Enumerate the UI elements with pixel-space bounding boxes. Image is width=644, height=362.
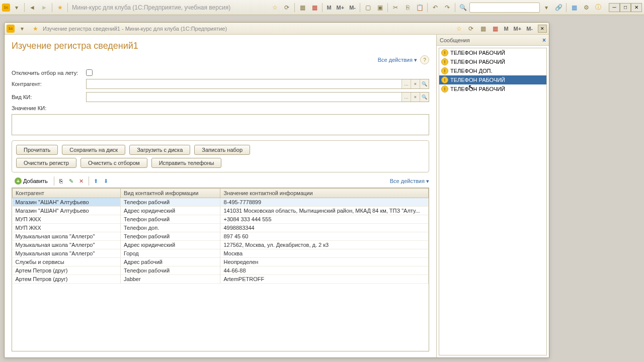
read-button[interactable]: Прочитать bbox=[16, 145, 58, 155]
warning-icon: ! bbox=[441, 76, 448, 83]
grid-column-header[interactable]: Контрагент bbox=[13, 189, 121, 198]
table-row[interactable]: Службы и сервисыАдрес рабочийНеопределен bbox=[13, 258, 429, 266]
table-row[interactable]: МУП ЖКХТелефон рабочий+3084 333 444 555 bbox=[13, 215, 429, 224]
move-up-icon[interactable]: ⬆ bbox=[92, 177, 100, 185]
maximize-button[interactable]: □ bbox=[620, 3, 631, 12]
new-icon[interactable]: ▢ bbox=[362, 2, 373, 13]
cut-icon[interactable]: ✂ bbox=[390, 2, 401, 13]
disable-filter-label: Отключить отбор на лету: bbox=[12, 70, 82, 76]
copy-icon[interactable]: ⎘ bbox=[402, 2, 413, 13]
sub-titlebar: 1c ▾ ★ Изучение регистра сведений1 - Мин… bbox=[5, 23, 549, 35]
clear-filter-button[interactable]: Очистить с отбором bbox=[80, 158, 147, 168]
message-item[interactable]: !ТЕЛЕФОН РАБОЧИЙ bbox=[439, 75, 546, 84]
nav-back-icon[interactable]: ◄ bbox=[27, 2, 38, 13]
save-disk-button[interactable]: Сохранить на диск bbox=[62, 145, 125, 155]
favorite-icon[interactable]: ★ bbox=[54, 2, 65, 13]
windows-icon[interactable]: ▦ bbox=[569, 2, 580, 13]
all-actions-link[interactable]: Все действия ▾ bbox=[378, 57, 417, 63]
calc-icon[interactable]: ▦ bbox=[297, 2, 308, 13]
sub-refresh-icon[interactable]: ⟳ bbox=[465, 23, 476, 34]
ci-value-textarea[interactable] bbox=[12, 115, 429, 135]
add-button[interactable]: + Добавить bbox=[12, 176, 51, 186]
ci-type-label: Вид КИ: bbox=[12, 94, 82, 100]
logo-1c-icon: 1c bbox=[2, 4, 10, 12]
find-icon[interactable]: 🔍 bbox=[457, 2, 468, 13]
sub-window-title: Изучение регистра сведений1 - Мини-курс … bbox=[43, 26, 227, 32]
m-button[interactable]: M bbox=[325, 5, 333, 11]
contractor-search-icon[interactable]: 🔍 bbox=[420, 79, 429, 88]
undo-icon[interactable]: ↶ bbox=[430, 2, 441, 13]
paste-icon[interactable]: 📋 bbox=[414, 2, 425, 13]
m-plus-button[interactable]: M+ bbox=[335, 5, 347, 11]
messages-list[interactable]: !ТЕЛЕФОН РАБОЧИЙ!ТЕЛЕФОН РАБОЧИЙ!ТЕЛЕФОН… bbox=[439, 48, 547, 355]
table-row[interactable]: Артем Петров (друг)JabberArtemPETROFF bbox=[13, 275, 429, 284]
calendar-icon[interactable]: ▦ bbox=[309, 2, 320, 13]
list-all-actions-link[interactable]: Все действия ▾ bbox=[390, 178, 429, 185]
delete-row-icon[interactable]: ✕ bbox=[77, 177, 86, 185]
message-item[interactable]: !ТЕЛЕФОН РАБОЧИЙ bbox=[439, 57, 546, 66]
table-row[interactable]: Музыкальная школа "Аллегро"ГородМосква bbox=[13, 249, 429, 258]
sub-favorite-icon[interactable]: ★ bbox=[30, 23, 41, 34]
move-down-icon[interactable]: ⬇ bbox=[102, 177, 110, 185]
toolbar-search-input[interactable] bbox=[469, 3, 540, 13]
close-button[interactable]: ✕ bbox=[631, 3, 642, 12]
table-row[interactable]: Магазин "АШАН" АлтуфьевоАдрес юридически… bbox=[13, 207, 429, 215]
button-group: Прочитать Сохранить на диск Загрузить с … bbox=[12, 140, 429, 172]
contractor-label: Контрагент: bbox=[12, 81, 82, 87]
sub-dropdown-icon[interactable]: ▾ bbox=[17, 23, 28, 34]
sub-calc-icon[interactable]: ▦ bbox=[477, 23, 489, 34]
link-icon[interactable]: 🔗 bbox=[553, 2, 564, 13]
open-icon[interactable]: ▣ bbox=[374, 2, 385, 13]
dropdown-icon[interactable]: ▾ bbox=[11, 2, 22, 13]
ci-type-clear-icon[interactable]: × bbox=[411, 93, 420, 102]
sub-m-minus-button[interactable]: M- bbox=[524, 26, 535, 32]
m-minus-button[interactable]: M- bbox=[347, 5, 358, 11]
table-row[interactable]: Музыкальная школа "Аллегро"Адрес юридиче… bbox=[13, 241, 429, 249]
grid-column-header[interactable]: Значение контактной информации bbox=[220, 189, 429, 198]
star-icon[interactable]: ☆ bbox=[269, 2, 280, 13]
ci-type-select-icon[interactable]: … bbox=[401, 93, 411, 102]
messages-title: Сообщения bbox=[440, 37, 470, 43]
info-icon[interactable]: ⓘ bbox=[593, 2, 604, 13]
settings-icon[interactable]: ⚙ bbox=[581, 2, 592, 13]
table-row[interactable]: МУП ЖКХТелефон доп.4998883344 bbox=[13, 224, 429, 232]
write-set-button[interactable]: Записать набор bbox=[194, 145, 250, 155]
sub-m-plus-button[interactable]: M+ bbox=[512, 26, 524, 32]
window-controls: ─ □ ✕ bbox=[609, 3, 642, 12]
message-item[interactable]: !ТЕЛЕФОН РАБОЧИЙ bbox=[439, 48, 546, 57]
edit-row-icon[interactable]: ✎ bbox=[67, 177, 75, 185]
data-grid[interactable]: КонтрагентВид контактной информацииЗначе… bbox=[12, 188, 429, 351]
nav-forward-icon[interactable]: ► bbox=[39, 2, 50, 13]
sub-calendar-icon[interactable]: ▦ bbox=[490, 23, 501, 34]
ci-type-search-icon[interactable]: 🔍 bbox=[420, 93, 429, 102]
message-item[interactable]: !ТЕЛЕФОН ДОП. bbox=[439, 66, 546, 75]
sub-close-button[interactable]: ✕ bbox=[538, 25, 547, 33]
contractor-select-icon[interactable]: … bbox=[401, 79, 411, 88]
help-icon[interactable]: ? bbox=[420, 55, 429, 64]
main-panel: Изучение регистра сведений1 Все действия… bbox=[5, 35, 436, 357]
messages-close-icon[interactable]: × bbox=[542, 37, 546, 44]
warning-icon: ! bbox=[441, 85, 448, 93]
ci-type-input[interactable] bbox=[87, 93, 401, 102]
redo-icon[interactable]: ↷ bbox=[442, 2, 453, 13]
app-title: Мини-курс для клуба (1С:Предприятие, уче… bbox=[72, 4, 230, 11]
sub-star-icon[interactable]: ☆ bbox=[453, 23, 464, 34]
warning-icon: ! bbox=[441, 49, 448, 56]
contractor-input[interactable] bbox=[87, 79, 401, 88]
contractor-clear-icon[interactable]: × bbox=[411, 79, 420, 88]
message-item[interactable]: !ТЕЛЕФОН РАБОЧИЙ bbox=[439, 84, 546, 94]
warning-icon: ! bbox=[441, 58, 448, 65]
minimize-button[interactable]: ─ bbox=[609, 3, 620, 12]
disable-filter-checkbox[interactable] bbox=[86, 69, 93, 76]
search-go-icon[interactable]: ▾ bbox=[541, 2, 552, 13]
grid-column-header[interactable]: Вид контактной информации bbox=[121, 189, 220, 198]
table-row[interactable]: Магазин "АШАН" АлтуфьевоТелефон рабочий8… bbox=[13, 198, 429, 207]
sub-m-button[interactable]: M bbox=[502, 26, 510, 32]
fix-phones-button[interactable]: Исправить телефоны bbox=[151, 158, 222, 168]
load-disk-button[interactable]: Загрузить с диска bbox=[129, 145, 190, 155]
copy-row-icon[interactable]: ⎘ bbox=[57, 177, 65, 185]
refresh-icon[interactable]: ⟳ bbox=[281, 2, 292, 13]
table-row[interactable]: Музыкальная школа "Аллегро"Телефон рабоч… bbox=[13, 232, 429, 241]
table-row[interactable]: Артем Петров (друг)Телефон рабочий44-66-… bbox=[13, 266, 429, 275]
clear-register-button[interactable]: Очистить регистр bbox=[16, 158, 76, 168]
